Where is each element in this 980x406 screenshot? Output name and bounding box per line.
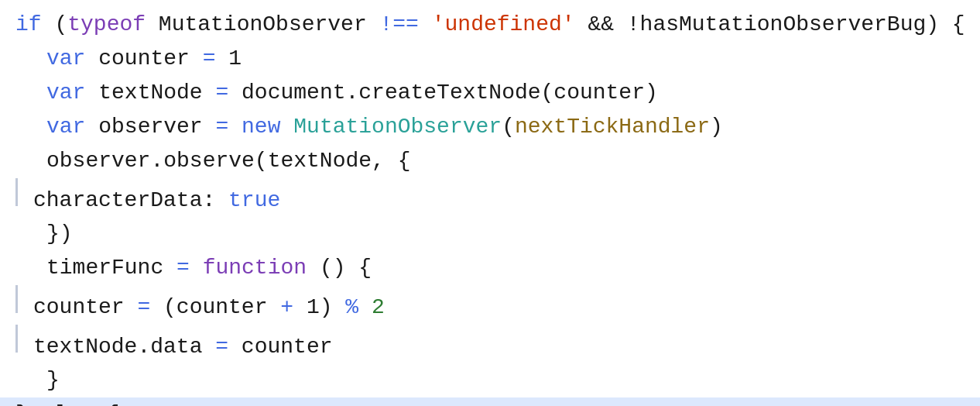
code-token: % — [345, 291, 358, 324]
code-token: createTextNode — [358, 76, 540, 109]
code-token: (counter — [150, 291, 280, 324]
code-token: = — [215, 110, 228, 143]
code-token: if — [15, 8, 42, 41]
code-line-3: var textNode = document.createTextNode(c… — [0, 76, 980, 110]
code-token: true — [228, 184, 280, 217]
code-token: } — [46, 363, 60, 397]
code-editor: if (typeof MutationObserver !== 'undefin… — [0, 0, 980, 406]
code-token: MutationObserver — [293, 110, 502, 143]
code-token: = — [137, 291, 150, 324]
code-token — [419, 8, 432, 41]
code-token: 2 — [358, 291, 385, 324]
code-token: }) — [46, 217, 73, 250]
code-token: observer.observe(textNode, { — [46, 144, 410, 177]
code-token: + — [280, 291, 293, 324]
code-token — [190, 251, 203, 284]
code-token: () { — [307, 251, 372, 284]
code-token: observer — [85, 110, 215, 143]
code-line-2: var counter = 1 — [0, 42, 980, 76]
code-token: textNode.data — [33, 330, 215, 363]
code-line-7: }) — [0, 217, 980, 251]
code-token: ) — [710, 110, 723, 143]
code-token: … — [119, 397, 146, 406]
code-line-1: if (typeof MutationObserver !== 'undefin… — [0, 8, 980, 42]
code-line-12: } else { … — [0, 397, 980, 406]
code-token: function — [203, 251, 307, 284]
code-token: : — [202, 184, 228, 217]
code-token: timerFunc — [46, 251, 176, 284]
code-line-4: var observer = new MutationObserver(next… — [0, 110, 980, 144]
code-token: counter — [228, 330, 332, 363]
code-token: (counter) — [541, 76, 658, 109]
code-token: ( — [42, 8, 68, 41]
code-token: nextTickHandler — [515, 110, 710, 143]
code-token: counter — [33, 291, 137, 324]
code-token: ( — [502, 110, 515, 143]
code-token: MutationObserver — [146, 8, 379, 41]
code-token: var — [46, 42, 85, 75]
code-token: && !hasMutationObserverBug) { — [575, 8, 965, 41]
code-token: 'undefined' — [432, 8, 575, 41]
code-token: = — [215, 330, 228, 363]
code-line-10: textNode.data = counter — [0, 325, 980, 363]
code-token: document. — [228, 76, 358, 109]
code-token: !== — [380, 8, 419, 41]
code-token: characterData — [33, 184, 202, 217]
code-line-8: timerFunc = function () { — [0, 251, 980, 285]
code-token: typeof — [67, 8, 146, 41]
code-token: } else { — [15, 397, 119, 406]
indent-bar — [15, 325, 18, 353]
indent-bar — [15, 285, 18, 313]
code-token: 1 — [215, 42, 242, 75]
code-token: = — [176, 251, 190, 284]
code-token: = — [215, 76, 228, 109]
code-token: counter — [85, 42, 202, 75]
code-token: 1) — [293, 291, 345, 324]
code-line-11: } — [0, 363, 980, 397]
code-line-5: observer.observe(textNode, { — [0, 144, 980, 178]
code-token: textNode — [85, 76, 215, 109]
code-token: var — [46, 110, 85, 143]
code-line-9: counter = (counter + 1) % 2 — [0, 285, 980, 324]
code-token: var — [46, 76, 85, 109]
code-token: = — [203, 42, 216, 75]
code-line-6: characterData: true — [0, 178, 980, 217]
code-token: new — [228, 110, 293, 143]
indent-bar — [15, 178, 18, 206]
